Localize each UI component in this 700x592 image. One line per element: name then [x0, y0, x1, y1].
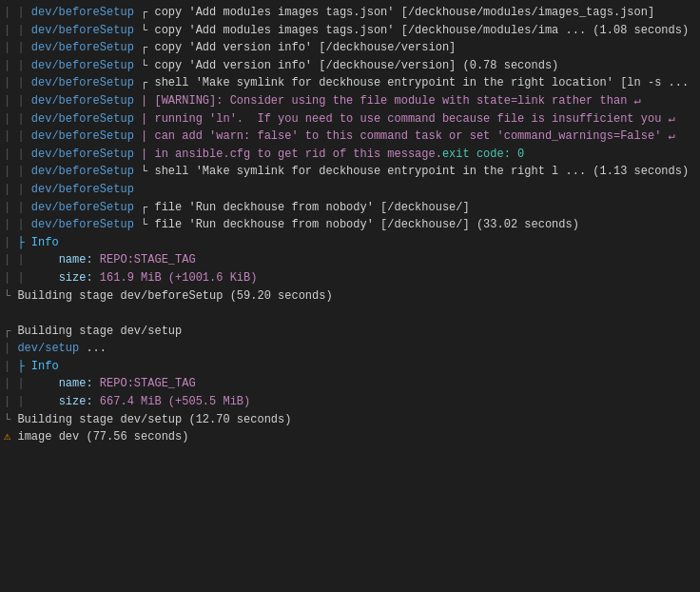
- tag-label: dev/beforeSetup: [31, 4, 134, 22]
- log-line: | | dev/beforeSetup ┌ copy 'Add version …: [0, 39, 700, 57]
- tag-label: dev/beforeSetup: [31, 92, 134, 110]
- info-val-name: REPO:STAGE_TAG: [100, 375, 196, 393]
- tag-label: dev/beforeSetup: [31, 128, 134, 146]
- log-line: | | dev/beforeSetup ┌ file 'Run deckhous…: [0, 199, 700, 217]
- log-line: | | dev/beforeSetup ┌ shell 'Make symlin…: [0, 74, 700, 92]
- tree-char: ┌: [4, 323, 17, 341]
- info-key-size: size:: [59, 393, 100, 411]
- pipe: | |: [4, 269, 31, 287]
- tag-label: dev/beforeSetup: [31, 74, 134, 92]
- tag-label: dev/beforeSetup: [31, 199, 134, 217]
- log-line: | | dev/beforeSetup | [WARNING]: Conside…: [0, 92, 700, 110]
- tag-label: dev/beforeSetup: [31, 181, 134, 199]
- log-line: | | dev/beforeSetup | in ansible.cfg to …: [0, 146, 700, 164]
- pipe: | |: [4, 128, 31, 146]
- info-section: | ├ Info: [0, 234, 700, 252]
- info-val-name: REPO:STAGE_TAG: [100, 251, 196, 269]
- log-line: | | dev/beforeSetup └ copy 'Add version …: [0, 57, 700, 75]
- log-line: | dev/setup ...: [0, 340, 700, 358]
- log-line: | | dev/beforeSetup ┌ copy 'Add modules …: [0, 4, 700, 22]
- info-marker: ├: [17, 358, 30, 376]
- log-content: ┌ copy 'Add version info' [/deckhouse/ve…: [134, 39, 456, 57]
- return-icon: ↵: [661, 128, 674, 146]
- log-content: | running 'ln'. If you need to use comma…: [134, 110, 662, 128]
- info-val-size: 161.9 MiB (+1001.6 KiB): [100, 269, 258, 287]
- tag-label: dev/beforeSetup: [31, 163, 134, 181]
- empty-line: [0, 305, 700, 323]
- pipe: | |: [4, 181, 31, 199]
- tag-label: dev/beforeSetup: [31, 57, 134, 75]
- building-text: Building stage dev/beforeSetup (59.20 se…: [17, 287, 332, 306]
- return-icon: ↵: [627, 92, 640, 110]
- tag-label: dev/beforeSetup: [31, 110, 134, 128]
- log-line: | | dev/beforeSetup | can add 'warn: fal…: [0, 128, 700, 146]
- pipe: | |: [4, 39, 31, 57]
- log-content: | can add 'warn: false' to this command …: [134, 128, 662, 146]
- building-line: └ Building stage dev/setup (12.70 second…: [0, 411, 700, 429]
- info-key-size: size:: [59, 269, 100, 287]
- building-line: └ Building stage dev/beforeSetup (59.20 …: [0, 287, 700, 306]
- pipe: | |: [4, 110, 31, 128]
- warning-icon: ⚠: [4, 428, 17, 446]
- tag-label: dev/setup: [17, 340, 79, 358]
- info-indent: [31, 393, 59, 411]
- pipe: | |: [4, 199, 31, 217]
- pipe: | |: [4, 92, 31, 110]
- info-indent: [31, 269, 59, 287]
- tag-label: dev/beforeSetup: [31, 39, 134, 57]
- pipe: | |: [4, 375, 31, 393]
- tree-char: └: [4, 411, 17, 429]
- log-content: ┌ file 'Run deckhouse from nobody' [/dec…: [134, 199, 470, 217]
- log-line: | | dev/beforeSetup | running 'ln'. If y…: [0, 110, 700, 128]
- info-key-name: name:: [59, 375, 100, 393]
- info-item: | | size: 667.4 MiB (+505.5 MiB): [0, 393, 700, 411]
- log-content: ...: [79, 340, 107, 358]
- log-content: └ shell 'Make symlink for deckhouse entr…: [134, 163, 689, 181]
- info-label: Info: [31, 358, 59, 376]
- pipe: |: [4, 358, 17, 376]
- exit-code: exit code: 0: [442, 146, 524, 164]
- log-content: | [WARNING]: Consider using the file mod…: [134, 92, 627, 110]
- log-content: [134, 181, 141, 199]
- info-indent: [31, 375, 59, 393]
- building-text: Building stage dev/setup (12.70 seconds): [17, 411, 291, 429]
- info-key-name: name:: [59, 251, 100, 269]
- log-content: └ copy 'Add version info' [/deckhouse/ve…: [134, 57, 558, 75]
- log-content: ┌ shell 'Make symlink for deckhouse entr…: [134, 74, 689, 92]
- info-section: | ├ Info: [0, 358, 700, 376]
- log-content: └ file 'Run deckhouse from nobody' [/dec…: [134, 216, 579, 234]
- pipe: | |: [4, 4, 31, 22]
- tag-label: dev/beforeSetup: [31, 146, 134, 164]
- building-start-line: ┌ Building stage dev/setup: [0, 323, 700, 341]
- info-item: | | name: REPO:STAGE_TAG: [0, 251, 700, 269]
- tag-label: dev/beforeSetup: [31, 22, 134, 40]
- pipe: | |: [4, 251, 31, 269]
- pipe: | |: [4, 216, 31, 234]
- log-content: | in ansible.cfg to get rid of this mess…: [134, 146, 442, 164]
- pipe: | |: [4, 163, 31, 181]
- image-text: image dev (77.56 seconds): [17, 428, 188, 446]
- info-item: | | size: 161.9 MiB (+1001.6 KiB): [0, 269, 700, 287]
- log-line: | | dev/beforeSetup └ file 'Run deckhous…: [0, 216, 700, 234]
- pipe: | |: [4, 393, 31, 411]
- info-label: Info: [31, 234, 59, 252]
- log-line: | | dev/beforeSetup: [0, 181, 700, 199]
- pipe: |: [4, 234, 17, 252]
- return-icon: ↵: [661, 110, 674, 128]
- log-line: | | dev/beforeSetup └ shell 'Make symlin…: [0, 163, 700, 181]
- pipe: | |: [4, 22, 31, 40]
- info-indent: [31, 251, 59, 269]
- log-line: | | dev/beforeSetup └ copy 'Add modules …: [0, 22, 700, 40]
- building-start-text: Building stage dev/setup: [17, 323, 182, 341]
- info-val-size: 667.4 MiB (+505.5 MiB): [100, 393, 250, 411]
- terminal-output: | | dev/beforeSetup ┌ copy 'Add modules …: [0, 0, 700, 450]
- log-content: └ copy 'Add modules images tags.json' [/…: [134, 22, 689, 40]
- info-item: | | name: REPO:STAGE_TAG: [0, 375, 700, 393]
- image-line: ⚠ image dev (77.56 seconds): [0, 428, 700, 446]
- pipe: | |: [4, 74, 31, 92]
- info-marker: ├: [17, 234, 30, 252]
- tree-char: └: [4, 287, 17, 306]
- pipe: | |: [4, 57, 31, 75]
- pipe: | |: [4, 146, 31, 164]
- log-content: ┌ copy 'Add modules images tags.json' [/…: [134, 4, 654, 22]
